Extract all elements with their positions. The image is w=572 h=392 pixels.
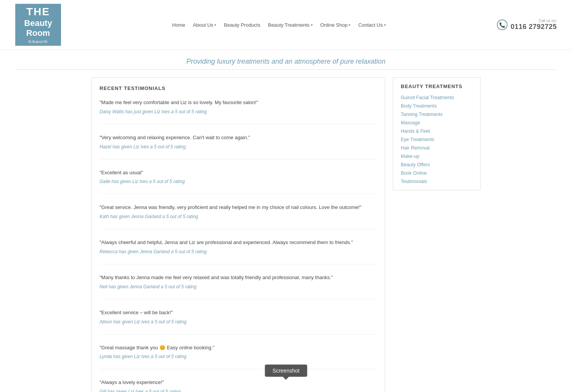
testimonial-item: "Great massage thank you 😊 Easy online b… (100, 344, 377, 370)
tagline: Providing luxury treatments and an atmos… (15, 50, 557, 70)
testimonial-rating: Gaile has given Liz Ives a 5 out of 5 ra… (100, 179, 377, 184)
sidebar-link[interactable]: Hands & Feet (401, 129, 472, 134)
testimonial-quote: "Always cheerful and helpful, Jenna and … (100, 239, 377, 247)
testimonial-quote: "Great service. Jenna was friendly, very… (100, 204, 377, 212)
testimonial-rating: Hazel has given Liz Ives a 5 out of 5 ra… (100, 144, 377, 149)
logo-kibworth: Kibworth (24, 39, 52, 44)
sidebar-box: BEAUTY TREATMENTS Guinot Facial Treatmen… (393, 77, 480, 190)
beauty-treatments-chevron-icon: ▾ (311, 23, 313, 27)
about-us-chevron-icon: ▾ (214, 23, 216, 27)
phone-area: 📞 Call us on: 0116 2792725 (497, 19, 557, 31)
phone-icon: 📞 (497, 19, 508, 30)
testimonial-item: "Made me feel very comfortable and Liz i… (100, 99, 377, 124)
testimonial-rating: Neil has given Jenna Garland a 5 out of … (100, 284, 377, 289)
logo-room: Room (24, 28, 52, 38)
testimonial-quote: "Made me feel very comfortable and Liz i… (100, 99, 377, 107)
sidebar-link[interactable]: Testimonials (401, 179, 472, 184)
sidebar-beauty-treatments-title: BEAUTY TREATMENTS (401, 84, 472, 89)
testimonial-quote: "Excellent as usual" (100, 169, 377, 177)
sidebar-links: Guinot Facial TreatmentsBody TreatmentsT… (401, 95, 472, 184)
testimonials-title: RECENT TESTIMONIALS (100, 85, 377, 91)
nav-home[interactable]: Home (172, 22, 185, 28)
sidebar-link[interactable]: Beauty Offers (401, 162, 472, 167)
sidebar-link[interactable]: Eye Treatments (401, 137, 472, 142)
phone-number: 0116 2792725 (511, 23, 557, 31)
testimonial-rating: Alison has given Liz Ives a 5 out of 5 r… (100, 319, 377, 325)
sidebar-link[interactable]: Massage (401, 120, 472, 125)
testimonial-rating: Gill has given Liz Ives a 5 out of 5 rat… (100, 389, 377, 392)
testimonial-rating: Kath has given Jenna Garland a 5 out of … (100, 214, 377, 219)
logo-beauty: Beauty (24, 18, 52, 28)
testimonial-item: "Many thanks to Jenna made me feel very … (100, 274, 377, 299)
testimonial-quote: "Excellent service – will be back!" (100, 309, 377, 317)
call-us-label: Call us on: (511, 19, 557, 23)
testimonials-box: RECENT TESTIMONIALS "Made me feel very c… (92, 77, 385, 392)
contact-us-chevron-icon: ▾ (384, 23, 386, 27)
testimonial-rating: Rebecca has given Jenna Garland a 5 out … (100, 249, 377, 254)
sidebar-link[interactable]: Make-up (401, 154, 472, 159)
testimonial-item: "Very welcoming and relaxing experience.… (100, 134, 377, 159)
nav-beauty-treatments[interactable]: Beauty Treatments ▾ (268, 22, 313, 28)
nav-contact-us[interactable]: Contact Us ▾ (358, 22, 386, 28)
testimonial-item: "Excellent as usual"Gaile has given Liz … (100, 169, 377, 194)
sidebar-link[interactable]: Book Online (401, 170, 472, 176)
testimonial-quote: "Great massage thank you 😊 Easy online b… (100, 344, 377, 352)
nav-beauty-products[interactable]: Beauty Products (224, 22, 260, 28)
testimonial-rating: Lynda has given Liz Ives a 5 out of 5 ra… (100, 354, 377, 359)
testimonial-item: "Always a lovely experience!"Gill has gi… (100, 379, 377, 392)
main-nav: Home About Us ▾ Beauty Products Beauty T… (61, 22, 497, 28)
testimonial-quote: "Many thanks to Jenna made me feel very … (100, 274, 377, 282)
testimonial-rating: Daisy Watts has just given Liz Ives a 5 … (100, 109, 377, 114)
testimonial-item: "Always cheerful and helpful, Jenna and … (100, 239, 377, 264)
sidebar-link[interactable]: Hair Removal (401, 145, 472, 151)
site-logo[interactable]: THE Beauty Room Kibworth (15, 4, 61, 46)
online-shop-chevron-icon: ▾ (349, 23, 350, 27)
nav-about-us[interactable]: About Us ▾ (193, 22, 216, 28)
testimonial-quote: "Very welcoming and relaxing experience.… (100, 134, 377, 142)
sidebar-link[interactable]: Body Treatments (401, 103, 472, 109)
testimonial-quote: "Always a lovely experience!" (100, 379, 377, 387)
sidebar: BEAUTY TREATMENTS Guinot Facial Treatmen… (393, 77, 480, 392)
testimonials-list: "Made me feel very comfortable and Liz i… (100, 99, 377, 392)
logo-the: THE (24, 5, 52, 18)
testimonial-item: "Excellent service – will be back!"Aliso… (100, 309, 377, 334)
nav-online-shop[interactable]: Online Shop ▾ (320, 22, 351, 28)
main-content: RECENT TESTIMONIALS "Made me feel very c… (76, 70, 496, 392)
testimonial-item: "Great service. Jenna was friendly, very… (100, 204, 377, 229)
sidebar-link[interactable]: Guinot Facial Treatments (401, 95, 472, 100)
site-header: THE Beauty Room Kibworth Home About Us ▾… (0, 0, 572, 50)
sidebar-link[interactable]: Tanning Treatments (401, 112, 472, 117)
